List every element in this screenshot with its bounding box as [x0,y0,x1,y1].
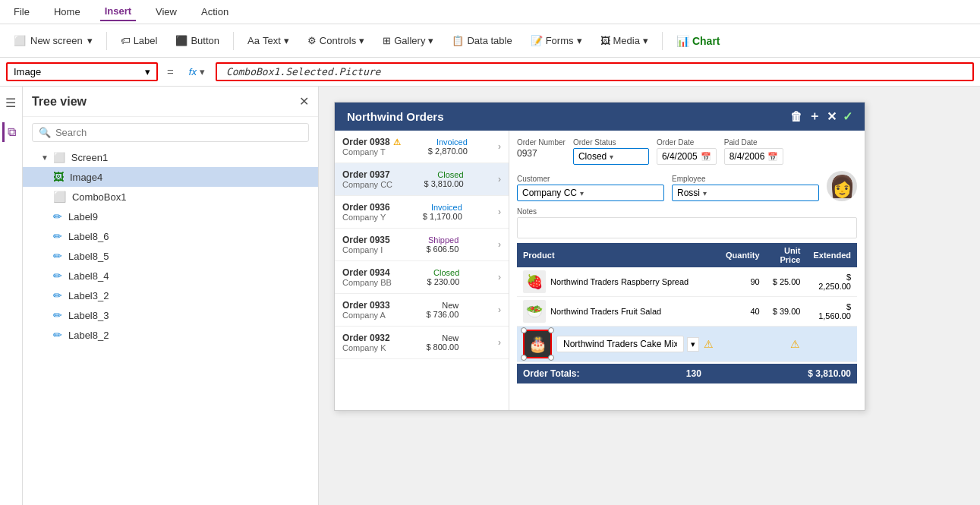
warning-icon-0938: ⚠ [393,137,401,147]
order-amount-0934: $ 230.00 [427,277,459,286]
side-icons: ☰ ⧉ [0,87,23,505]
order-number-value: 0937 [517,148,566,159]
handle-tr[interactable] [548,327,554,333]
forms-button[interactable]: 📝 Forms ▾ [523,31,590,50]
cake-image: 🎂 [528,335,547,353]
chart-button[interactable]: 📊 Chart [669,31,728,51]
tree-item-label8_6[interactable]: ✏ Label8_6 [23,226,318,246]
menu-view[interactable]: View [151,3,181,21]
label-button[interactable]: 🏷 Label [113,31,165,50]
totals-amount: $ 3,810.00 [808,368,851,379]
order-status-0932: New [442,333,458,342]
field-order-date: Order Date 6/4/2005 📅 [657,138,717,165]
layers-icon[interactable]: ⧉ [2,122,19,142]
tree-item-image4[interactable]: 🖼 Image4 [23,167,318,187]
order-date-input[interactable]: 6/4/2005 📅 [657,148,717,165]
close-icon[interactable]: ✕ [827,109,837,124]
new-screen-button[interactable]: ⬜ New screen ▾ [6,31,100,50]
text-chevron-icon: ▾ [284,35,289,46]
product-cell-1: 🍓 Northwind Traders Raspberry Spread [517,267,720,297]
order-status-select[interactable]: Closed ▾ [573,148,649,165]
handle-tl[interactable] [521,327,527,333]
product-combo-input[interactable] [556,336,684,352]
order-status-0937: Closed [437,170,463,179]
order-item-0932[interactable]: Order 0932 Company K New $ 800.00 › [335,327,509,359]
add-icon[interactable]: ＋ [808,109,821,125]
menu-insert[interactable]: Insert [100,2,136,21]
product-cell-3: 🎂 [517,327,720,362]
canvas-area: Northwind Orders 🗑 ＋ ✕ ✓ Order 0938 [319,87,980,505]
header-actions: 🗑 ＋ ✕ ✓ [790,109,852,125]
tree-item-label8_2[interactable]: ✏ Label8_2 [23,325,318,345]
text-button[interactable]: Aa Text ▾ [240,31,297,50]
label8_4-node-icon: ✏ [53,270,62,282]
order-item-0935[interactable]: Order 0935 Company I Shipped $ 606.50 › [335,229,509,261]
screen-icon: ⬜ [14,35,26,46]
menu-file[interactable]: File [9,3,34,21]
product-row-1: 🍓 Northwind Traders Raspberry Spread 90 … [517,267,857,297]
button-button[interactable]: ⬛ Button [168,31,227,50]
notes-input[interactable] [517,217,857,238]
trash-icon[interactable]: 🗑 [790,110,802,124]
col-extended: Extended [806,243,857,267]
menu-action[interactable]: Action [197,3,233,21]
order-chevron-0935: › [498,239,501,250]
employee-select[interactable]: Rossi ▾ [672,185,819,201]
label8_6-label: Label8_6 [68,231,109,242]
tree-item-label8_3[interactable]: ✏ Label8_3 [23,305,318,325]
order-status-0935: Shipped [428,235,458,245]
order-item-0936[interactable]: Order 0936 Company Y Invoiced $ 1,170.00… [335,196,509,229]
order-number-0936: Order 0936 [342,202,390,213]
search-box[interactable]: 🔍 [32,123,309,142]
order-number-0938: Order 0938 ⚠ [342,137,401,147]
tree-close-button[interactable]: ✕ [299,94,309,109]
tree-item-label8_4[interactable]: ✏ Label8_4 [23,266,318,286]
totals-qty: 130 [686,368,701,379]
search-icon: 🔍 [39,127,51,138]
order-item-0933[interactable]: Order 0933 Company A New $ 736.00 › [335,294,509,327]
price-2: $ 39.00 [766,297,807,327]
formula-input[interactable]: ComboBox1.Selected.Picture [216,62,974,81]
controls-button[interactable]: ⚙ Controls ▾ [300,31,372,50]
employee-avatar: 👩 [829,174,856,199]
field-paid-date: Paid Date 8/4/2006 📅 [724,138,784,165]
northwind-body: Order 0938 ⚠ Company T Invoiced $ 2,870.… [335,131,865,410]
name-box[interactable]: Image ▾ [6,62,158,81]
employee-label: Employee [672,175,819,183]
handle-bl[interactable] [521,355,527,361]
order-item-0934[interactable]: Order 0934 Company BB Closed $ 230.00 › [335,261,509,294]
handle-br[interactable] [548,355,554,361]
check-icon[interactable]: ✓ [843,109,852,124]
tree-item-label3_2[interactable]: ✏ Label3_2 [23,286,318,305]
product-row-2: 🥗 Northwind Traders Fruit Salad 40 $ 39.… [517,297,857,327]
product-warning-1: ⚠ [704,338,714,350]
order-item-0938[interactable]: Order 0938 ⚠ Company T Invoiced $ 2,870.… [335,131,509,163]
data-table-button[interactable]: 📋 Data table [444,31,519,50]
totals-label: Order Totals: [523,368,579,379]
tree-panel: Tree view ✕ 🔍 ▼ ⬜ Screen1 🖼 [23,87,318,505]
order-status-0936: Invoiced [431,203,462,212]
price-1: $ 25.00 [766,267,807,297]
hamburger-icon[interactable]: ☰ [2,93,19,113]
media-icon: 🖼 [600,35,610,46]
search-input[interactable] [55,127,302,138]
tree-item-label9[interactable]: ✏ Label9 [23,207,318,226]
order-left-0936: Order 0936 Company Y [342,202,390,222]
combo-arrow[interactable]: ▾ [687,337,699,352]
customer-select[interactable]: Company CC ▾ [517,185,664,201]
paid-date-input[interactable]: 8/4/2006 📅 [724,148,784,165]
media-button[interactable]: 🖼 Media ▾ [593,31,656,50]
order-detail: Order Number 0937 Order Status Closed ▾ … [509,131,865,410]
employee-arrow: ▾ [703,189,707,197]
tree-item-screen1[interactable]: ▼ ⬜ Screen1 [23,148,318,167]
label8_3-node-icon: ✏ [53,309,62,321]
order-item-0937[interactable]: Order 0937 Company CC Closed $ 3,810.00 … [335,163,509,196]
menu-home[interactable]: Home [49,3,85,21]
screen1-label: Screen1 [71,152,108,163]
price-3: ⚠ [766,327,807,362]
gallery-button[interactable]: ⊞ Gallery ▾ [375,31,441,50]
tree-item-combobox1[interactable]: ⬜ ComboBox1 [23,187,318,207]
order-right-0935: Shipped $ 606.50 [426,235,458,254]
label8_4-label: Label8_4 [68,270,109,282]
tree-item-label8_5[interactable]: ✏ Label8_5 [23,246,318,266]
